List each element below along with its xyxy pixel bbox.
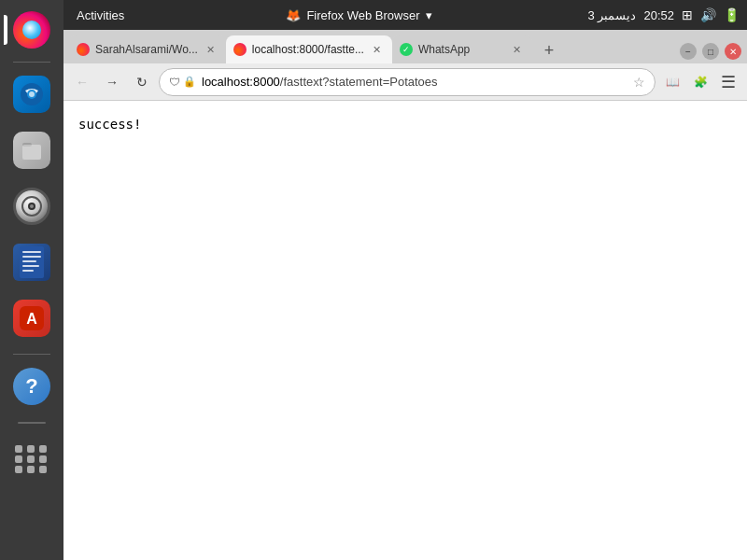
svg-rect-5	[22, 145, 41, 160]
menu-button[interactable]: ☰	[715, 69, 741, 95]
taskbar: A ?	[0, 0, 63, 560]
grid-dot	[27, 455, 35, 463]
bookmark-star-icon[interactable]: ☆	[633, 75, 645, 90]
tab-title-localhost: localhost:8000/fastte...	[252, 43, 364, 56]
app-chevron[interactable]: ▾	[426, 8, 432, 22]
grid-dot	[39, 455, 47, 463]
files-svg	[19, 137, 45, 163]
topbar-time: 20:52	[643, 8, 674, 22]
minimize-button[interactable]: −	[680, 43, 697, 60]
svg-point-2	[29, 91, 35, 97]
taskbar-firefox[interactable]	[9, 7, 54, 52]
taskbar-separator-2	[13, 354, 50, 355]
url-bar[interactable]: 🛡 🔒 localhost:8000/fasttext?statement=Po…	[159, 68, 655, 96]
rhythmbox-icon	[13, 188, 50, 225]
grid-dot	[39, 466, 47, 473]
svg-rect-13	[22, 265, 39, 267]
svg-point-8	[30, 204, 34, 208]
page-body-text: success!	[78, 117, 141, 132]
writer-svg	[18, 246, 46, 278]
svg-rect-14	[22, 270, 34, 272]
back-button[interactable]: ←	[69, 69, 95, 95]
help-icon: ?	[13, 368, 50, 405]
svg-rect-12	[22, 260, 36, 262]
extensions-button[interactable]: 🧩	[687, 69, 713, 95]
taskbar-separator-1	[13, 62, 50, 63]
appcenter-icon: A	[13, 300, 50, 337]
files-icon	[13, 132, 50, 169]
appcenter-svg: A	[19, 305, 45, 331]
thunderbird-svg	[19, 81, 45, 107]
grid-dot	[15, 455, 22, 463]
svg-rect-10	[22, 251, 41, 253]
firefox-topbar-icon: 🦊	[286, 8, 301, 22]
grid-dots	[15, 445, 49, 473]
shield-icon: 🛡	[169, 76, 180, 89]
close-button[interactable]: ✕	[725, 43, 741, 60]
reload-button[interactable]: ↻	[129, 69, 155, 95]
svg-rect-11	[22, 256, 41, 258]
main-area: Activities 🦊 Firefox Web Browser ▾ ديسمب…	[63, 0, 747, 560]
taskbar-divider	[18, 422, 46, 424]
taskbar-grid[interactable]	[9, 437, 54, 482]
security-indicator: 🛡 🔒	[169, 76, 196, 89]
taskbar-appcenter[interactable]: A	[9, 296, 54, 341]
browser-window: SarahAlsarami/Wo... ✕ localhost:8000/fas…	[63, 30, 747, 560]
topbar-center: 🦊 Firefox Web Browser ▾	[286, 8, 431, 22]
url-text: localhost:8000/fasttext?statement=Potato…	[202, 75, 627, 89]
grid-dot	[27, 445, 35, 453]
taskbar-rhythmbox[interactable]	[9, 184, 54, 229]
tab-favicon-localhost	[233, 43, 247, 56]
tab-close-whatsapp[interactable]: ✕	[510, 42, 525, 57]
battery-icon[interactable]: 🔋	[724, 7, 740, 22]
sound-icon[interactable]: 🔊	[700, 7, 716, 22]
window-controls: − □ ✕	[680, 43, 741, 63]
tab-sarah[interactable]: SarahAlsarami/Wo... ✕	[69, 35, 226, 63]
rhythmbox-svg	[21, 195, 43, 217]
grid-dot	[27, 466, 35, 473]
writer-icon	[13, 244, 50, 281]
taskbar-help[interactable]: ?	[9, 364, 54, 409]
taskbar-writer[interactable]	[9, 240, 54, 285]
tab-title-whatsapp: WhatsApp	[418, 43, 504, 56]
tab-whatsapp[interactable]: ✓ WhatsApp ✕	[392, 35, 532, 63]
grid-dot	[15, 445, 22, 453]
tab-favicon-sarah	[77, 43, 90, 56]
taskbar-files[interactable]	[9, 128, 54, 173]
tab-localhost[interactable]: localhost:8000/fastte... ✕	[226, 35, 392, 63]
topbar-left: Activities	[71, 7, 130, 24]
grid-dot	[15, 466, 22, 473]
maximize-button[interactable]: □	[702, 43, 719, 60]
forward-button[interactable]: →	[99, 69, 125, 95]
browser-content: success!	[63, 101, 747, 560]
url-path: /fasttext?statement=Potatoes	[280, 75, 438, 89]
app-name-label: Firefox Web Browser	[306, 8, 419, 22]
firefox-icon	[13, 11, 50, 49]
topbar-right: ديسمبر 3 20:52 ⊞ 🔊 🔋	[588, 7, 740, 22]
navbar-right: 📖 🧩 ☰	[659, 69, 741, 95]
grid-icon	[13, 441, 50, 478]
topbar-date: ديسمبر 3	[588, 8, 637, 22]
grid-dot	[39, 445, 47, 453]
new-tab-button[interactable]: +	[536, 37, 562, 63]
firefox-inner	[22, 21, 41, 39]
taskbar-thunderbird[interactable]	[9, 72, 54, 117]
navigation-bar: ← → ↻ 🛡 🔒 localhost:8000/fasttext?statem…	[63, 63, 747, 101]
tab-close-localhost[interactable]: ✕	[370, 42, 385, 57]
thunderbird-icon	[13, 76, 50, 113]
tab-close-sarah[interactable]: ✕	[204, 42, 218, 57]
lock-icon: 🔒	[183, 76, 196, 88]
tab-bar: SarahAlsarami/Wo... ✕ localhost:8000/fas…	[63, 30, 747, 63]
tab-title-sarah: SarahAlsarami/Wo...	[95, 43, 198, 56]
reader-mode-button[interactable]: 📖	[659, 69, 685, 95]
tab-favicon-whatsapp: ✓	[400, 43, 413, 56]
network-icon[interactable]: ⊞	[682, 7, 693, 22]
activities-button[interactable]: Activities	[71, 7, 130, 24]
url-base: localhost:8000	[202, 75, 280, 89]
svg-text:A: A	[26, 311, 37, 327]
system-topbar: Activities 🦊 Firefox Web Browser ▾ ديسمب…	[63, 0, 747, 30]
